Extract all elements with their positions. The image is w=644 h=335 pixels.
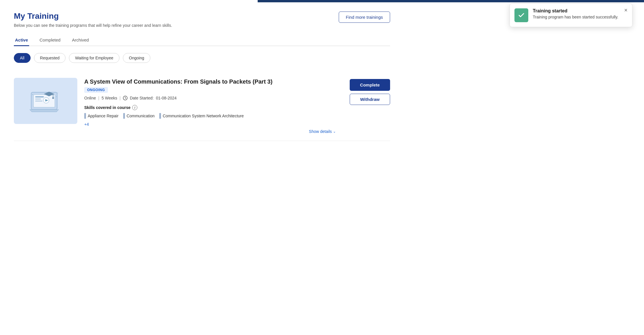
tab-archived[interactable]: Archived — [71, 35, 90, 46]
header-row: My Training Below you can see the traini… — [14, 12, 390, 28]
skills-label: Skills covered in course i — [84, 105, 336, 110]
toast-notification: Training started Training program has be… — [510, 3, 632, 27]
skill-name: Communication — [127, 114, 155, 118]
show-details-button[interactable]: Show details ⌄ — [309, 129, 336, 134]
toast-content: Training started Training program has be… — [533, 8, 618, 19]
page-title: My Training — [14, 12, 172, 21]
svg-point-11 — [56, 96, 57, 97]
filter-waiting-for-employee[interactable]: Waiting for Employee — [69, 53, 119, 63]
skill-name: Communication System Network Architectur… — [163, 114, 244, 118]
duration: 5 Weeks — [102, 96, 117, 100]
show-details-label: Show details — [309, 129, 332, 134]
svg-rect-8 — [53, 94, 53, 97]
skill-dot — [84, 113, 86, 119]
card-actions: Complete Withdraw — [350, 78, 390, 105]
show-details-row: Show details ⌄ — [84, 129, 336, 134]
skill-name: Appliance Repair — [88, 114, 119, 118]
filter-requested[interactable]: Requested — [34, 53, 66, 63]
complete-button[interactable]: Complete — [350, 79, 390, 91]
chevron-down-icon: ⌄ — [333, 129, 336, 133]
skill-appliance-repair: Appliance Repair — [84, 113, 119, 119]
separator-1: | — [98, 96, 99, 100]
main-content: My Training Below you can see the traini… — [0, 2, 404, 150]
clock-icon — [123, 96, 128, 100]
more-skills-button[interactable]: +4 — [84, 122, 89, 127]
delivery-type: Online — [84, 96, 96, 100]
date-started-label: Date Started: — [130, 96, 154, 100]
card-thumbnail — [14, 78, 77, 124]
toast-success-icon — [514, 8, 528, 22]
svg-point-9 — [52, 97, 54, 99]
filter-ongoing[interactable]: Ongoing — [123, 53, 150, 63]
skills-label-text: Skills covered in course — [84, 105, 130, 110]
svg-point-12 — [57, 93, 58, 93]
page-title-area: My Training Below you can see the traini… — [14, 12, 172, 28]
separator-2: | — [119, 96, 121, 100]
tab-completed[interactable]: Completed — [38, 35, 62, 46]
svg-point-10 — [32, 94, 33, 95]
top-bar — [258, 0, 644, 2]
skill-communication: Communication — [123, 113, 155, 119]
card-meta: Online | 5 Weeks | Date Started: 01-08-2… — [84, 96, 336, 100]
skill-dot — [159, 113, 161, 119]
skill-dot — [123, 113, 125, 119]
toast-title: Training started — [533, 8, 618, 14]
skills-list: Appliance Repair Communication Communica… — [84, 113, 336, 119]
withdraw-button[interactable]: Withdraw — [350, 94, 390, 105]
filter-all[interactable]: All — [14, 53, 31, 63]
tab-active[interactable]: Active — [14, 35, 29, 46]
skill-network-architecture: Communication System Network Architectur… — [159, 113, 244, 119]
training-card: A System View of Communications: From Si… — [14, 71, 390, 141]
page-subtitle: Below you can see the training programs … — [14, 23, 172, 28]
find-more-trainings-button[interactable]: Find more trainings — [339, 12, 390, 23]
toast-close-button[interactable]: × — [624, 7, 628, 13]
svg-rect-3 — [35, 99, 41, 99]
svg-rect-2 — [35, 96, 44, 97]
svg-rect-4 — [35, 101, 42, 101]
filter-pills: All Requested Waiting for Employee Ongoi… — [14, 53, 390, 63]
status-badge: ONGOING — [84, 87, 108, 93]
training-title: A System View of Communications: From Si… — [84, 78, 336, 85]
card-body: A System View of Communications: From Si… — [84, 78, 336, 134]
toast-subtitle: Training program has been started succes… — [533, 15, 618, 19]
date-started-value: 01-08-2024 — [156, 96, 177, 100]
info-icon[interactable]: i — [132, 105, 137, 110]
tabs-container: Active Completed Archived — [14, 35, 390, 46]
